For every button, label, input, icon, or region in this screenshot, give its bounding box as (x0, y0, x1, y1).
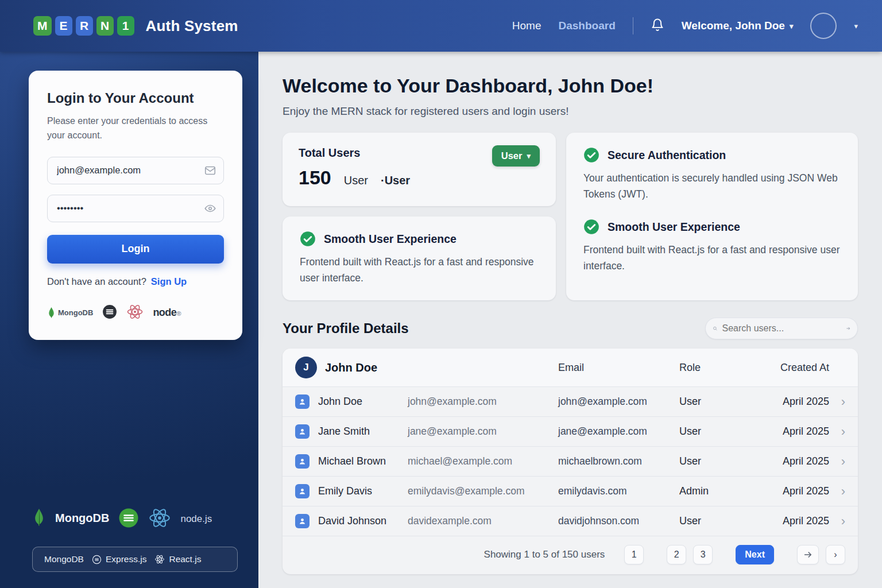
logo-tile-m: M (33, 16, 52, 36)
tech-express: Express.js (92, 554, 147, 564)
user-menu[interactable]: Welcome, John Doe ▾ (682, 20, 794, 32)
login-button[interactable]: Login (47, 235, 224, 264)
user-filter-button[interactable]: User ▾ (492, 145, 540, 167)
table-footer: Showing 1 to 5 of 150 users 1 2 3 Next › (283, 536, 858, 574)
nav-link-home[interactable]: Home (512, 20, 541, 32)
arrow-right-button[interactable] (797, 545, 819, 564)
avatar[interactable] (810, 13, 837, 39)
sidebar-stack-logos: MongoDB node.js (32, 506, 212, 529)
person-icon (295, 454, 310, 469)
password-field[interactable] (47, 195, 224, 222)
feature-title: Smooth User Experience (608, 220, 740, 234)
logo-tile-badge: 1 (117, 16, 134, 36)
col-created: Created At (749, 362, 829, 374)
react-logo (126, 303, 144, 323)
table-user-name: John Doe (325, 361, 377, 374)
express-circle-icon (92, 555, 102, 564)
mongodb-leaf-icon (32, 508, 46, 528)
mongodb-label: MongoDB (55, 512, 109, 525)
email-field[interactable] (47, 157, 224, 184)
table-row[interactable]: John Doe john@example.com john@example.c… (283, 386, 858, 416)
table-row[interactable]: David Johnson davidexample.com davidjohn… (283, 506, 858, 536)
search-icon (713, 323, 718, 334)
node-logo: node® (153, 307, 181, 319)
node-js-label: node.js (180, 511, 212, 525)
tech-mongodb: MongoDB (44, 554, 84, 564)
page-button-2[interactable]: 2 (667, 545, 686, 564)
col-role: Role (679, 362, 745, 374)
nav-link-dashboard[interactable]: Dashboard (559, 20, 616, 32)
table-row[interactable]: Emily Davis emilydavis@example.com emily… (283, 476, 858, 506)
page-button-3[interactable]: 3 (693, 545, 713, 564)
sidebar: Login to Your Account Please enter your … (0, 52, 258, 588)
check-circle-icon (300, 231, 316, 247)
feature-text: Frontend built with React.js for a fast … (300, 254, 539, 286)
total-users-value: 150 (299, 167, 331, 189)
page-subtitle: Enjoy the MERN stack for registered user… (283, 105, 858, 118)
login-title: Login to Your Account (47, 90, 224, 106)
table-row[interactable]: Michael Brown michael@example.com michae… (283, 446, 858, 476)
main-content: Welcome to Your Dashboard, John Doe! Enj… (258, 52, 882, 588)
top-navbar: M E R N 1 Auth System Home Dashboard Wel… (0, 0, 882, 52)
stack-logos: MongoDB node® (47, 303, 224, 323)
mongodb-logo: MongoDB (47, 307, 93, 319)
chevron-down-icon: ▾ (790, 22, 794, 30)
page-title: Welcome to Your Dashboard, John Doe! (283, 75, 858, 97)
person-icon (295, 484, 310, 498)
bell-icon[interactable] (651, 17, 664, 34)
tech-react: React.js (154, 554, 201, 564)
person-icon (295, 424, 310, 439)
feature-title: Secure Authentication (608, 149, 726, 162)
login-card: Login to Your Account Please enter your … (29, 71, 242, 340)
react-atom-icon (154, 554, 165, 564)
total-users-unit2: ·User (381, 174, 410, 187)
feature-text: Frontend built with React.js for a fast … (583, 242, 841, 274)
chevron-right-icon[interactable]: › (833, 515, 845, 528)
feature-text: Your authentication is securely handled … (583, 170, 841, 202)
arrow-right-icon[interactable] (846, 323, 851, 334)
react-icon (148, 506, 171, 529)
features-card: Secure Authentication Your authenticatio… (566, 133, 858, 300)
chevron-right-icon[interactable]: › (833, 485, 845, 498)
app-title: Auth System (146, 17, 238, 35)
logo-tile-r: R (76, 16, 93, 36)
check-circle-icon (583, 147, 599, 163)
feature-smooth-ux: Smooth User Experience Frontend built wi… (566, 216, 858, 288)
profile-section-title: Your Profile Details (283, 320, 409, 336)
chevron-right-icon[interactable]: › (833, 396, 845, 408)
person-icon (295, 514, 310, 528)
search-input[interactable] (722, 323, 841, 334)
table-avatar: J (295, 357, 317, 378)
welcome-text: Welcome, John Doe (682, 20, 785, 32)
mern-logo: M E R N 1 Auth System (33, 16, 238, 36)
person-icon (295, 394, 310, 409)
express-icon (118, 508, 139, 528)
check-circle-icon (583, 219, 599, 235)
total-users-card: Total Users User ▾ 150 User ·User (283, 133, 556, 206)
chevron-right-icon[interactable]: › (833, 455, 845, 468)
total-users-unit: User (344, 174, 368, 187)
express-logo (102, 304, 117, 322)
signup-link[interactable]: Sign Up (151, 276, 187, 287)
envelope-icon (204, 164, 216, 177)
signup-prompt: Don't have an account? (47, 276, 146, 287)
feature-card-smooth-ux: Smooth User Experience Frontend built wi… (283, 216, 556, 300)
logo-tile-n: N (96, 16, 114, 36)
search-box (705, 318, 858, 339)
pagination-summary: Showing 1 to 5 of 150 users (484, 549, 605, 560)
col-email: Email (558, 362, 676, 374)
chevron-down-icon: ▾ (527, 152, 531, 160)
logo-tile-e: E (55, 16, 72, 36)
chevron-right-icon[interactable]: › (833, 425, 845, 438)
eye-icon[interactable] (204, 202, 216, 215)
table-row[interactable]: Jane Smith jane@example.com jane@example… (283, 416, 858, 446)
table-header: J John Doe Email Role Created At (283, 349, 858, 386)
page-button-1[interactable]: 1 (624, 545, 644, 564)
feature-secure-auth: Secure Authentication Your authenticatio… (566, 133, 858, 216)
nav-divider (633, 17, 633, 34)
users-table: J John Doe Email Role Created At John Do… (283, 349, 858, 574)
next-page-button[interactable]: Next (736, 545, 774, 564)
avatar-chevron-down-icon[interactable]: ▾ (854, 22, 858, 30)
tech-stack-bar: MongoDB Express.js React.js (32, 547, 238, 572)
chevron-right-button[interactable]: › (826, 545, 845, 564)
